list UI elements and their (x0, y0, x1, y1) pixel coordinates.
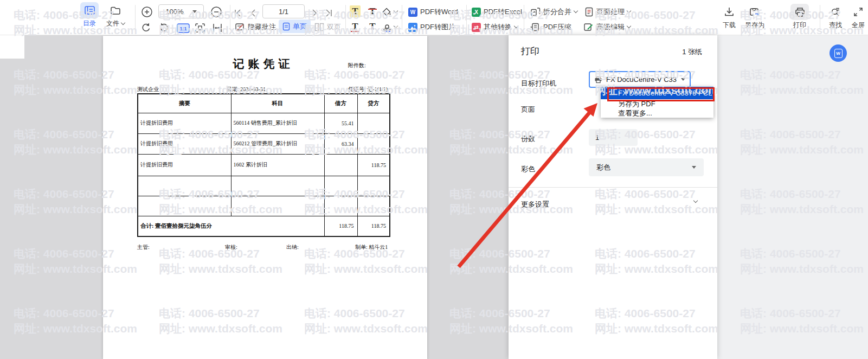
stamp-button[interactable] (382, 21, 397, 34)
search-icon (826, 4, 845, 20)
chevron-down-icon (627, 24, 631, 28)
pdf-compress-label: PDF压缩 (543, 22, 571, 32)
fill-color-button[interactable] (382, 5, 397, 18)
underline-text-icon: T (350, 21, 361, 33)
caret-down-icon (681, 78, 685, 81)
chevron-left-icon (249, 8, 258, 18)
convert-icon: ⇄ (472, 23, 481, 32)
cashier-label: 出纳: (286, 243, 299, 251)
red-highlight-box (607, 87, 715, 101)
pages-label: 页面 (521, 105, 535, 114)
strikethrough-text-button[interactable]: T (367, 5, 378, 18)
advanced-edit-button[interactable]: 高级编辑 (583, 21, 631, 34)
download-label: 下载 (723, 21, 736, 30)
save-as-button[interactable]: 另存为 (745, 4, 764, 30)
rotate-right-button[interactable] (159, 21, 170, 34)
pdf-to-image-label: PDF转图片 (420, 22, 455, 32)
first-page-button[interactable] (233, 7, 243, 20)
page-process-button[interactable]: 页面处理 (584, 5, 631, 18)
find-button[interactable]: 查找 (826, 4, 845, 30)
fullscreen-button[interactable]: 全屏 (849, 4, 867, 30)
pdf-to-word-float-button[interactable]: W (830, 44, 847, 62)
table-row (138, 196, 390, 216)
chevron-right-icon (310, 8, 319, 18)
company-name: 测试企业 (137, 86, 159, 93)
prev-page-button[interactable] (249, 7, 258, 20)
split-merge-icon (530, 7, 541, 17)
other-convert-button[interactable]: ⇄ 其他转换 (472, 21, 518, 34)
fit-width-button[interactable] (212, 21, 223, 34)
pdf-to-excel-button[interactable]: X PDF转Excel (472, 5, 522, 18)
highlight-text-icon: T (350, 5, 361, 17)
zoom-out-button[interactable] (210, 5, 222, 18)
toolbar-divider (820, 5, 820, 30)
double-page-button[interactable]: 双页 (314, 21, 341, 34)
printer-label: 目标打印机 (521, 79, 556, 88)
other-convert-label: 其他转换 (484, 22, 512, 32)
rotate-right-icon (159, 22, 170, 33)
total-in-words: 合计: 壹佰壹拾捌元柒角伍分 (138, 216, 324, 236)
collapsed-sidebar[interactable] (0, 35, 24, 59)
single-page-button[interactable]: 单页 (279, 20, 311, 33)
voucher-table: 摘要科目 借方贷方 计提折旧费用560114 销售费用_累计折旧 55.41 计… (137, 93, 390, 237)
pdf-to-word-button[interactable]: W PDF转Word (408, 5, 458, 18)
single-page-icon (282, 22, 290, 31)
download-button[interactable]: 下载 (720, 4, 738, 30)
printer-select[interactable]: FX DocuCentre-V C337 (589, 71, 691, 88)
printer-icon (594, 76, 602, 84)
chevron-down-icon (121, 20, 125, 24)
paint-bucket-icon (382, 7, 393, 17)
next-page-button[interactable] (310, 7, 319, 20)
copies-input[interactable]: 1 (589, 129, 638, 146)
page-indicator: 1/1 (279, 8, 288, 16)
print-button[interactable]: 打印 (790, 4, 809, 30)
toc-button[interactable]: 目录 (80, 2, 99, 28)
color-select[interactable]: 彩色 (589, 158, 704, 176)
single-page-label: 单页 (293, 22, 307, 31)
zoom-level-select[interactable]: 100% (158, 4, 204, 18)
plus-circle-icon (141, 6, 153, 18)
document-page[interactable]: 记账凭证 附件数: 测试企业 日期: 2024-03-31 凭证号: 记-1(1… (103, 36, 427, 359)
text-icon: T (367, 21, 378, 33)
hide-annotations-button[interactable]: 隐藏批注 (235, 21, 276, 34)
pdf-compress-button[interactable]: PDF压缩 (530, 21, 571, 34)
toolbar-divider (230, 5, 230, 30)
advanced-edit-label: 高级编辑 (596, 22, 625, 32)
compress-icon (530, 22, 541, 32)
toolbar-divider (135, 5, 136, 30)
minus-circle-icon (210, 6, 222, 18)
fullscreen-label: 全屏 (852, 21, 865, 30)
fit-page-button[interactable] (195, 21, 205, 34)
rotate-left-button[interactable] (140, 21, 151, 34)
word-doc-icon: W (834, 49, 843, 58)
color-select-value: 彩色 (596, 163, 610, 172)
file-button[interactable]: 文件 (106, 2, 125, 28)
toc-label: 目录 (83, 19, 96, 28)
hide-annotations-label: 隐藏批注 (248, 22, 276, 32)
split-merge-button[interactable]: 拆分合并 (530, 5, 577, 18)
copies-label: 份数 (521, 134, 535, 144)
highlight-text-button[interactable]: T (350, 5, 361, 18)
dropdown-item-see-more[interactable]: 查看更多... (601, 108, 713, 118)
double-page-icon (314, 23, 324, 31)
pdf-to-image-button[interactable]: PDF转图片 (408, 21, 455, 34)
svg-text:1:1: 1:1 (179, 26, 187, 31)
chevron-down-icon[interactable] (693, 198, 698, 203)
file-label: 文件 (106, 19, 119, 28)
fit-width-icon (212, 23, 223, 33)
print-icon (790, 4, 809, 20)
voucher-date: 日期: 2024-03-31 (227, 86, 266, 93)
last-page-icon (324, 8, 333, 18)
table-total-row: 合计: 壹佰壹拾捌元柒角伍分 118.75 118.75 (138, 216, 390, 236)
add-text-button[interactable]: T (367, 20, 378, 33)
rotate-left-icon (140, 22, 151, 33)
table-row: 计提折旧费用560212 管理费用_累计折旧 63.34 (138, 133, 390, 154)
toolbar-divider (524, 5, 524, 30)
underline-text-button[interactable]: T (350, 20, 361, 33)
actual-size-button[interactable]: 1:1 (177, 22, 190, 35)
page-number-input[interactable]: 1/1 (262, 4, 305, 18)
pdf-app-window: 目录 文件 100% 1:1 (0, 0, 868, 359)
last-page-button[interactable] (324, 7, 333, 20)
zoom-in-button[interactable] (141, 5, 153, 18)
strikethrough-text-icon: T (367, 5, 378, 17)
